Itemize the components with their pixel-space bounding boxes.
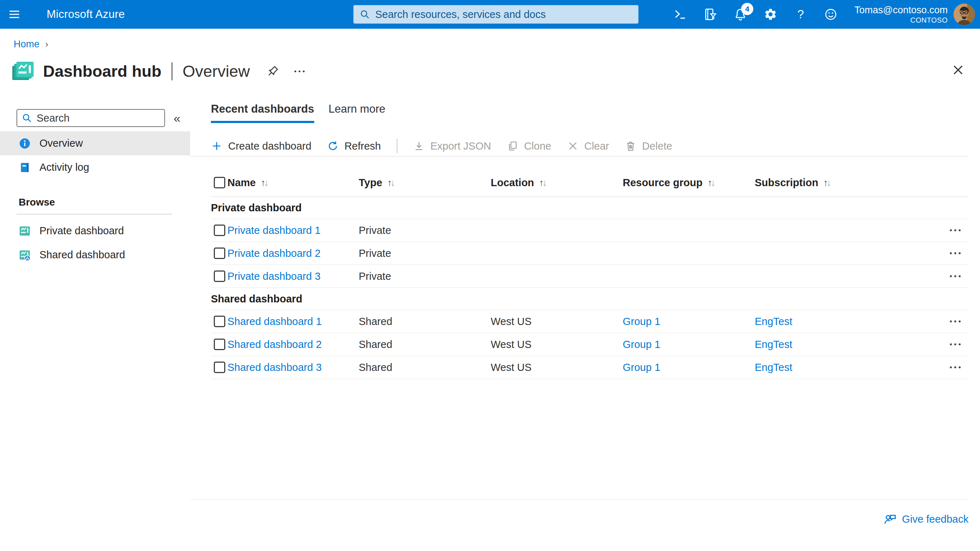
- refresh-button[interactable]: Refresh: [327, 140, 381, 152]
- cell-name[interactable]: Shared dashboard 1: [228, 316, 359, 328]
- column-label: Location: [491, 177, 534, 189]
- row-menu-button[interactable]: [948, 269, 969, 284]
- more-button[interactable]: [292, 64, 307, 78]
- dashboard-hub-icon: [11, 59, 35, 84]
- cell-name[interactable]: Private dashboard 3: [228, 271, 359, 282]
- row-checkbox[interactable]: [214, 247, 225, 259]
- sort-icon: ↑↓: [387, 177, 395, 188]
- cell-subscription[interactable]: EngTest: [755, 316, 940, 328]
- sidebar-item-activity-log[interactable]: Activity log: [0, 155, 190, 179]
- sidebar-search-row: «: [16, 109, 190, 127]
- feedback-icon: [883, 512, 897, 526]
- column-location[interactable]: Location ↑↓: [491, 177, 623, 189]
- hamburger-button[interactable]: [0, 0, 29, 29]
- cell-type: Private: [359, 225, 491, 236]
- row-menu-button[interactable]: [948, 360, 969, 375]
- cell-resource-group[interactable]: Group 1: [623, 316, 755, 328]
- plus-icon: [211, 140, 223, 152]
- global-search[interactable]: [353, 5, 638, 24]
- ellipsis-icon: [948, 223, 963, 238]
- trash-icon: [625, 140, 636, 152]
- breadcrumb: Home ›: [0, 29, 980, 51]
- cell-resource-group[interactable]: Group 1: [623, 361, 755, 373]
- row-checkbox[interactable]: [214, 225, 225, 236]
- column-label: Subscription: [755, 177, 818, 189]
- clear-button[interactable]: Clear: [567, 140, 609, 152]
- cloud-shell-button[interactable]: [672, 4, 688, 24]
- cell-name[interactable]: Shared dashboard 3: [228, 361, 359, 373]
- private-dashboard-icon: [19, 225, 31, 237]
- sidebar-search-input[interactable]: [37, 112, 155, 124]
- give-feedback-link[interactable]: Give feedback: [883, 512, 969, 526]
- cell-resource-group[interactable]: Group 1: [623, 339, 755, 350]
- feedback-smiley-button[interactable]: [823, 4, 838, 24]
- help-button[interactable]: ?: [793, 4, 808, 24]
- group-label: Private dashboard: [211, 202, 940, 214]
- directory-filter-icon: [703, 8, 717, 21]
- sidebar-item-shared-dashboard[interactable]: Shared dashboard: [0, 243, 190, 267]
- cell-subscription[interactable]: EngTest: [755, 339, 940, 350]
- global-search-input[interactable]: [375, 9, 630, 21]
- row-checkbox[interactable]: [214, 316, 225, 327]
- directory-filter-button[interactable]: [702, 4, 718, 24]
- smiley-icon: [824, 8, 838, 21]
- sidebar-item-label: Overview: [40, 137, 83, 149]
- create-dashboard-button[interactable]: Create dashboard: [211, 140, 311, 152]
- notification-badge: 4: [741, 3, 753, 15]
- user-tenant: CONTOSO: [854, 16, 948, 24]
- settings-button[interactable]: [763, 4, 778, 24]
- sort-icon: ↑↓: [539, 177, 547, 188]
- cell-subscription[interactable]: EngTest: [755, 361, 940, 373]
- cell-name[interactable]: Private dashboard 1: [228, 225, 359, 236]
- sort-icon: ↑↓: [823, 177, 831, 188]
- pin-button[interactable]: [266, 65, 280, 78]
- select-all-checkbox[interactable]: [214, 177, 225, 188]
- browse-heading: Browse: [19, 197, 190, 208]
- row-menu-button[interactable]: [948, 246, 969, 261]
- breadcrumb-home-link[interactable]: Home: [14, 39, 40, 50]
- cell-name[interactable]: Shared dashboard 2: [228, 339, 359, 350]
- export-json-button[interactable]: Export JSON: [413, 140, 491, 152]
- product-name[interactable]: Microsoft Azure: [47, 8, 125, 21]
- sidebar-item-overview[interactable]: Overview: [0, 131, 190, 155]
- row-menu-button[interactable]: [948, 337, 969, 352]
- sidebar-search[interactable]: [16, 109, 165, 127]
- tab-recent-dashboards[interactable]: Recent dashboards: [211, 103, 314, 123]
- chevron-right-icon: ›: [45, 39, 48, 50]
- cell-name[interactable]: Private dashboard 2: [228, 247, 359, 260]
- table-row: Private dashboard 2 Private: [211, 242, 969, 265]
- main-content: Recent dashboards Learn more Create dash…: [190, 91, 980, 526]
- activity-log-icon: [19, 161, 31, 174]
- avatar[interactable]: [953, 3, 975, 25]
- row-checkbox[interactable]: [214, 271, 225, 282]
- sidebar-item-private-dashboard[interactable]: Private dashboard: [0, 219, 190, 243]
- column-label: Type: [359, 177, 382, 189]
- table-row: Shared dashboard 2 Shared West US Group …: [211, 333, 969, 356]
- cell-location: West US: [491, 339, 623, 350]
- column-subscription[interactable]: Subscription ↑↓: [755, 177, 940, 189]
- help-icon: ?: [797, 8, 804, 21]
- user-info[interactable]: Tomas@contoso.com CONTOSO: [854, 4, 948, 24]
- search-icon: [360, 9, 370, 20]
- give-feedback-label: Give feedback: [902, 513, 969, 525]
- sidebar-item-label: Activity log: [40, 161, 89, 173]
- sidebar-item-label: Shared dashboard: [40, 249, 125, 261]
- toolbar-separator: [397, 139, 398, 153]
- clone-button[interactable]: Clone: [507, 140, 551, 152]
- close-button[interactable]: [951, 63, 965, 77]
- notifications-button[interactable]: 4: [732, 4, 748, 24]
- cell-type: Shared: [359, 339, 491, 350]
- row-checkbox[interactable]: [214, 361, 225, 373]
- tabs: Recent dashboards Learn more: [211, 103, 969, 123]
- delete-button[interactable]: Delete: [625, 140, 672, 152]
- column-name[interactable]: Name ↑↓: [228, 177, 359, 189]
- column-resource-group[interactable]: Resource group ↑↓: [623, 177, 755, 189]
- tab-learn-more[interactable]: Learn more: [329, 103, 386, 123]
- row-menu-button[interactable]: [948, 223, 969, 238]
- title-separator: [172, 62, 173, 80]
- sidebar-collapse-button[interactable]: «: [173, 112, 180, 124]
- search-icon: [22, 113, 32, 123]
- row-checkbox[interactable]: [214, 339, 225, 350]
- row-menu-button[interactable]: [948, 314, 969, 329]
- column-type[interactable]: Type ↑↓: [359, 177, 491, 189]
